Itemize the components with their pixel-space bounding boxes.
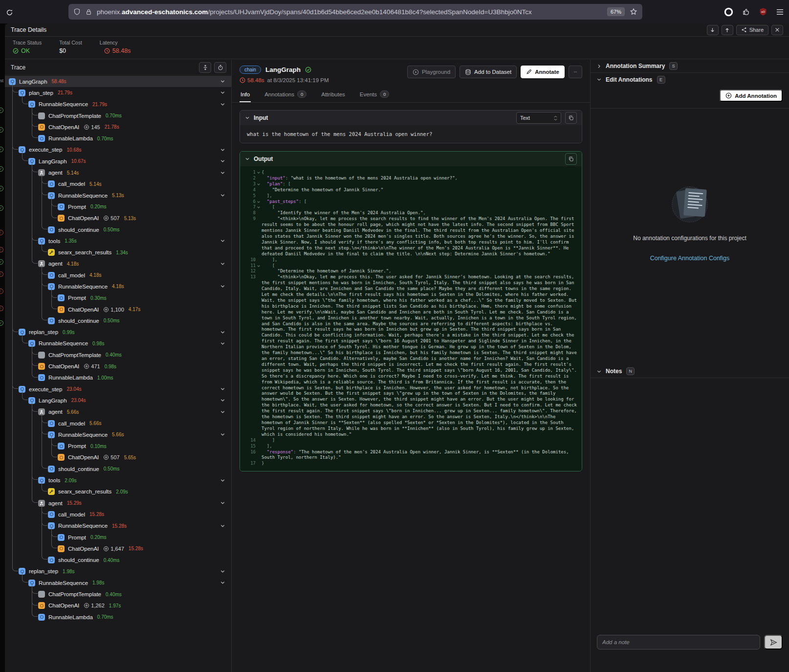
- playground-button[interactable]: Playground: [407, 66, 456, 78]
- annotate-button[interactable]: Annotate: [521, 66, 565, 78]
- trace-span-row[interactable]: LangGraph 10.67s: [5, 156, 231, 167]
- trace-span-row[interactable]: RunnableSequence 1.98s: [5, 577, 231, 588]
- trace-span-row[interactable]: Prompt 0.30ms: [5, 292, 231, 304]
- chevron-down-icon[interactable]: [245, 157, 250, 161]
- line-number: 12: [243, 269, 256, 274]
- trace-span-row[interactable]: RunnableSequence 21.79s: [5, 99, 231, 110]
- ublock-shield-icon[interactable]: uO: [759, 7, 767, 16]
- trace-span-row[interactable]: plan_step 21.79s: [5, 87, 231, 98]
- documents-illustration-icon: [666, 183, 713, 226]
- trace-span-row[interactable]: Prompt 0.20ms: [5, 201, 231, 212]
- latency-stopwatch-button[interactable]: [214, 62, 226, 73]
- fold-chevron-icon[interactable]: [256, 199, 262, 204]
- span-latency-badge: 15.28s: [129, 546, 143, 551]
- trace-span-row[interactable]: agent 5.66s: [5, 406, 231, 418]
- trace-span-row[interactable]: should_continue 0.50ms: [5, 463, 231, 474]
- fold-chevron-icon[interactable]: [256, 204, 262, 209]
- span-latency-badge: 21.79s: [58, 90, 72, 95]
- trace-span-row[interactable]: execute_step 10.68s: [5, 144, 231, 156]
- span-name: should_continue: [58, 466, 99, 472]
- lock-icon[interactable]: [86, 8, 92, 16]
- trace-span-row[interactable]: RunnableLambda 1.00ms: [5, 372, 231, 383]
- trace-span-row[interactable]: call_model 4.18s: [5, 269, 231, 281]
- tab-events[interactable]: Events0: [359, 87, 390, 102]
- trace-span-row[interactable]: agent 5.14s: [5, 167, 231, 178]
- trace-span-row[interactable]: RunnableSequence 4.18s: [5, 281, 231, 292]
- trace-span-row[interactable]: RunnableSequence 5.13s: [5, 190, 231, 201]
- url-bar[interactable]: phoenix.advanced-eschatonics.com/project…: [68, 4, 642, 20]
- expand-collapse-all-button[interactable]: [199, 62, 211, 73]
- chevron-down-icon[interactable]: [245, 115, 250, 120]
- trace-span-row[interactable]: tools 1.35s: [5, 235, 231, 246]
- more-actions-button[interactable]: [569, 66, 582, 78]
- menu-hamburger-icon[interactable]: [776, 8, 784, 16]
- nav-up-button[interactable]: [722, 25, 733, 35]
- tab-info[interactable]: Info: [240, 87, 251, 102]
- copy-input-button[interactable]: [565, 112, 577, 124]
- trace-span-row[interactable]: ChatOpenAI 507 5.13s: [5, 213, 231, 224]
- zoom-level-badge[interactable]: 67%: [607, 7, 625, 16]
- share-button[interactable]: Share: [736, 25, 768, 35]
- reload-icon[interactable]: [3, 6, 16, 19]
- nav-down-button[interactable]: [707, 25, 719, 35]
- trace-span-row[interactable]: RunnableLambda 0.70ms: [5, 611, 231, 623]
- close-icon[interactable]: [771, 25, 783, 35]
- trace-span-row[interactable]: ChatPromptTemplate 0.40ms: [5, 588, 231, 600]
- trace-span-row[interactable]: should_continue 0.50ms: [5, 315, 231, 326]
- trace-span-row[interactable]: ChatOpenAI 507 5.65s: [5, 452, 231, 463]
- background-status-error-icon: !: [0, 230, 3, 235]
- trace-span-row[interactable]: Prompt 0.10ms: [5, 441, 231, 452]
- trace-span-row[interactable]: RunnableSequence 5.66s: [5, 429, 231, 440]
- trace-span-row[interactable]: should_continue 0.40ms: [5, 554, 231, 565]
- output-json-viewer[interactable]: 1 { 2 "input": "what is the hometown of …: [240, 166, 582, 471]
- trace-span-row[interactable]: agent 4.18s: [5, 258, 231, 269]
- trace-span-row[interactable]: replan_step 1.98s: [5, 566, 231, 577]
- trace-span-row[interactable]: ChatOpenAI 1,647 15.28s: [5, 543, 231, 554]
- trace-span-row[interactable]: replan_step 0.99s: [5, 327, 231, 338]
- trace-span-row[interactable]: searx_search_results 2.09s: [5, 486, 231, 497]
- trace-span-row[interactable]: call_model 5.66s: [5, 418, 231, 429]
- fold-chevron-icon[interactable]: [256, 263, 262, 268]
- trace-span-row[interactable]: call_model 15.28s: [5, 509, 231, 520]
- trace-span-row[interactable]: RunnableSequence 0.98s: [5, 338, 231, 349]
- background-status-ok-icon: ✓: [0, 127, 3, 133]
- trace-span-row[interactable]: ChatOpenAI 145 21.78s: [5, 121, 231, 133]
- chain-span-icon: [48, 226, 55, 233]
- trace-span-row[interactable]: agent 15.29s: [5, 497, 231, 509]
- tab-annotations[interactable]: Annotations0: [263, 87, 307, 102]
- send-note-button[interactable]: [764, 635, 783, 650]
- trace-span-row[interactable]: ChatOpenAI 1,100 4.17s: [5, 304, 231, 315]
- trace-span-row[interactable]: ChatOpenAI 1,262 1.97s: [5, 600, 231, 611]
- tab-attributes[interactable]: Attributes: [320, 87, 346, 102]
- events-count-badge: 0: [380, 90, 389, 98]
- add-note-input[interactable]: [597, 635, 760, 650]
- extension-thumb-icon[interactable]: [742, 7, 750, 16]
- trace-span-row[interactable]: should_continue 0.50ms: [5, 224, 231, 235]
- trace-span-row[interactable]: LangGraph 58.48s: [5, 76, 231, 87]
- annotation-summary-section[interactable]: Annotation Summary S: [591, 60, 789, 73]
- trace-span-row[interactable]: searx_search_results 1.34s: [5, 246, 231, 258]
- add-to-dataset-button[interactable]: Add to Dataset: [460, 66, 517, 78]
- llm-span-icon: [58, 306, 65, 313]
- trace-span-row[interactable]: LangGraph 23.04s: [5, 395, 231, 406]
- shield-icon[interactable]: [73, 8, 81, 16]
- fold-chevron-icon[interactable]: [256, 170, 262, 175]
- trace-span-row[interactable]: tools 2.09s: [5, 474, 231, 486]
- trace-span-row[interactable]: RunnableLambda 0.70ms: [5, 133, 231, 144]
- edit-annotations-section[interactable]: Edit Annotations E: [591, 73, 789, 86]
- fold-chevron-icon[interactable]: [256, 181, 262, 186]
- trace-span-row[interactable]: ChatOpenAI 471 0.98s: [5, 360, 231, 372]
- copy-output-button[interactable]: [565, 153, 577, 165]
- configure-annotation-configs-link[interactable]: Configure Annotation Configs: [591, 255, 789, 262]
- notes-section[interactable]: Notes N: [591, 365, 789, 378]
- input-mode-select[interactable]: Text: [516, 112, 561, 124]
- trace-span-row[interactable]: ChatPromptTemplate 0.70ms: [5, 110, 231, 121]
- trace-span-row[interactable]: Prompt 0.20ms: [5, 532, 231, 543]
- trace-span-row[interactable]: ChatPromptTemplate 0.40ms: [5, 349, 231, 360]
- trace-span-row[interactable]: execute_step 23.04s: [5, 383, 231, 395]
- bookmark-star-icon[interactable]: [630, 8, 637, 16]
- trace-span-row[interactable]: call_model 5.14s: [5, 179, 231, 190]
- add-annotation-button[interactable]: Add Annotation: [720, 90, 783, 102]
- extension-circle-icon[interactable]: [724, 7, 733, 17]
- trace-span-row[interactable]: RunnableSequence 15.28s: [5, 520, 231, 532]
